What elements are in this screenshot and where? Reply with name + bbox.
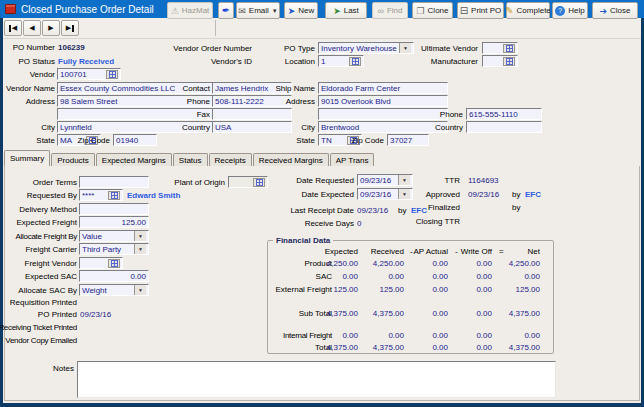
manufacturer-field[interactable] <box>482 55 518 67</box>
chevron-down-icon[interactable]: ▼ <box>134 285 146 295</box>
allocate-freight-by-dropdown[interactable]: Value▼ <box>79 230 149 242</box>
tab-summary[interactable]: Summary <box>4 150 50 166</box>
last-button[interactable]: Last <box>325 2 367 19</box>
last-record-button[interactable]: ▶ <box>61 20 79 36</box>
print-po-button[interactable]: Print PO <box>457 2 504 19</box>
financial-row-label: Internal Freight <box>283 331 332 340</box>
financial-cell: 4,375.00 <box>509 309 540 318</box>
plant-of-origin-label: Plant of Origin <box>174 178 225 187</box>
ship-phone-field[interactable]: 615-555-1110 <box>466 108 542 120</box>
chevron-down-icon[interactable]: ▼ <box>398 189 410 199</box>
hazmat-button[interactable]: HazMat <box>167 2 213 19</box>
ship-address2-field[interactable] <box>318 108 448 120</box>
help-icon <box>555 6 565 16</box>
financial-cell: 125.00 <box>380 285 404 294</box>
vendor-field[interactable]: 100701 <box>57 68 121 80</box>
ship-country-field[interactable] <box>466 121 542 133</box>
pen-flag-button[interactable] <box>218 2 234 19</box>
ship-address1-field[interactable]: 9015 Overlook Blvd <box>318 95 448 107</box>
tab-products[interactable]: Products <box>51 153 95 166</box>
plant-of-origin-lookup-button[interactable] <box>253 178 265 187</box>
date-requested-dropdown[interactable]: 09/23/16▼ <box>357 174 413 186</box>
lookup-grid-icon <box>256 179 263 186</box>
allocate-sac-by-dropdown[interactable]: Weight▼ <box>79 284 149 296</box>
financial-cell: 4,250.00 <box>509 259 540 268</box>
tab-strip: Summary Products Expected Margins Status… <box>4 151 375 166</box>
ship-name-field[interactable]: Eldorado Farm Center <box>318 82 448 94</box>
financial-cell: 0.00 <box>432 272 448 281</box>
previous-record-button[interactable]: ◀ <box>23 20 41 36</box>
find-button[interactable]: Find <box>372 2 408 19</box>
financial-cell: 0.00 <box>342 272 358 281</box>
vendor-lookup-button[interactable] <box>106 70 118 79</box>
ship-zip-field[interactable]: 37027 <box>387 134 429 146</box>
clone-button[interactable]: Clone <box>412 2 453 19</box>
approved-by-label: by <box>512 190 520 199</box>
email-dropdown-arrow-icon[interactable]: ▼ <box>272 8 278 14</box>
country-field[interactable]: USA <box>212 121 292 133</box>
tab-received-margins[interactable]: Received Margins <box>253 153 329 166</box>
po-status-label: PO Status <box>19 57 55 66</box>
chevron-down-icon[interactable]: ▼ <box>134 244 146 254</box>
chevron-down-icon[interactable]: ▼ <box>399 43 411 53</box>
financial-cell: 0.00 <box>476 343 492 352</box>
requested-by-lookup-button[interactable] <box>108 191 120 200</box>
tab-receipts[interactable]: Receipts <box>209 153 252 166</box>
vendor-copy-emailed-label: Vendor Copy Emailed <box>5 336 77 345</box>
last-receipt-date-value: 09/23/16 <box>357 206 388 215</box>
freight-carrier-dropdown[interactable]: Third Party▼ <box>79 243 149 255</box>
fax-field[interactable] <box>212 108 292 120</box>
requested-by-field[interactable]: **** <box>79 189 123 201</box>
pen-icon <box>222 5 230 16</box>
po-printed-value: 09/23/16 <box>80 310 111 319</box>
tab-expected-margins[interactable]: Expected Margins <box>96 153 172 166</box>
freight-vendor-lookup-button[interactable] <box>108 259 120 268</box>
order-terms-field[interactable] <box>79 176 149 188</box>
location-field[interactable]: 1 <box>318 55 364 67</box>
ship-city-field[interactable]: Brentwood <box>318 121 448 133</box>
help-button[interactable]: Help <box>552 2 588 19</box>
new-button[interactable]: New <box>284 2 318 19</box>
tab-status[interactable]: Status <box>173 153 208 166</box>
financial-cell: 0.00 <box>476 272 492 281</box>
email-icon <box>238 6 246 16</box>
expected-sac-field[interactable]: 0.00 <box>79 270 149 282</box>
hazmat-icon <box>171 6 179 16</box>
vendor-zip-field[interactable]: 01940 <box>113 134 157 146</box>
notes-label: Notes <box>53 364 74 373</box>
ultimate-vendor-lookup-button[interactable] <box>503 44 515 53</box>
finalized-label: Finalized <box>428 203 460 212</box>
date-expected-dropdown[interactable]: 09/23/16▼ <box>357 188 413 200</box>
financial-cell: 0.00 <box>524 331 540 340</box>
tab-ap-trans[interactable]: AP Trans <box>330 153 375 166</box>
ttr-label: TTR <box>444 176 460 185</box>
po-type-dropdown[interactable]: Inventory Warehouse▼ <box>318 42 414 54</box>
phone-field[interactable]: 508-111-2222 <box>212 95 292 107</box>
plant-of-origin-field[interactable] <box>228 176 268 188</box>
last-receipt-date-label: Last Receipt Date <box>290 206 354 215</box>
close-button[interactable]: Close <box>592 2 638 19</box>
next-record-button[interactable]: ▶ <box>42 20 60 36</box>
chevron-down-icon[interactable]: ▼ <box>398 175 410 185</box>
email-button[interactable]: Email▼ <box>236 2 280 19</box>
financial-header-equals: = <box>499 247 504 256</box>
freight-vendor-field[interactable] <box>79 257 123 269</box>
financial-row-label: SAC <box>316 272 332 281</box>
expected-freight-field[interactable]: 125.00 <box>79 216 149 228</box>
first-record-button[interactable]: ◀ <box>4 20 22 36</box>
app-icon <box>5 4 16 14</box>
financial-cell: 0.00 <box>476 309 492 318</box>
location-lookup-button[interactable] <box>349 57 361 66</box>
approved-label: Approved <box>426 190 460 199</box>
delivery-method-field[interactable] <box>79 203 149 215</box>
financial-cell: 4,375.00 <box>373 309 404 318</box>
complete-button[interactable]: Complete <box>506 2 550 19</box>
notes-input[interactable] <box>77 361 556 398</box>
vendor-state-label: State <box>36 136 55 145</box>
ultimate-vendor-field[interactable] <box>482 42 518 54</box>
manufacturer-lookup-button[interactable] <box>503 57 515 66</box>
financial-cell: 0.00 <box>342 331 358 340</box>
chevron-down-icon[interactable]: ▼ <box>134 231 146 241</box>
order-terms-label: Order Terms <box>33 178 77 187</box>
vendor-address2-field[interactable] <box>57 108 215 120</box>
